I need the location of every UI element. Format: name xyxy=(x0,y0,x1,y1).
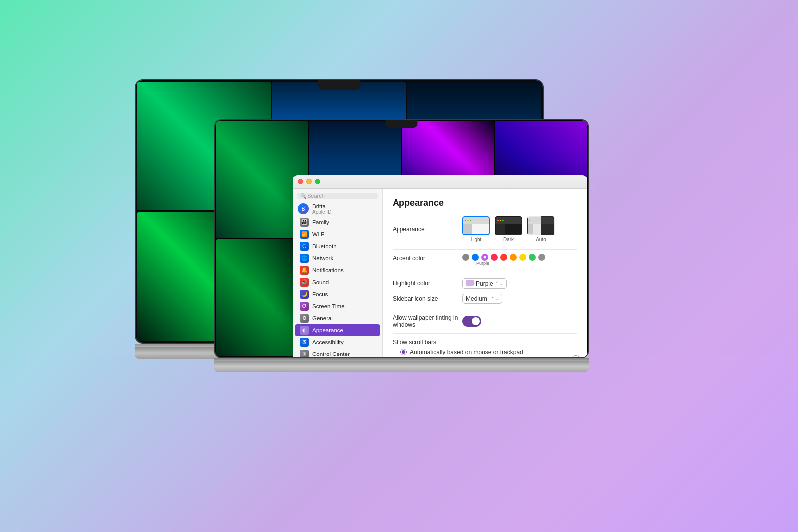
sidebar-item-notifications[interactable]: 🔔 Notifications xyxy=(295,264,380,276)
appearance-label: Appearance xyxy=(393,226,462,233)
main-title: Appearance xyxy=(393,198,577,208)
window-titlebar xyxy=(293,175,587,189)
sidebar-item-general[interactable]: ⚙ General xyxy=(295,312,380,324)
search-icon: 🔍 xyxy=(300,193,305,198)
sidebar-icon-size-value: Medium xyxy=(466,295,487,302)
sidebar-icon-size-row: Sidebar icon size Medium ⌃⌄ xyxy=(393,294,577,304)
sidebar-label-sound: Sound xyxy=(312,279,329,285)
sidebar-item-family[interactable]: 👨‍👩‍👧 Family xyxy=(295,216,380,228)
close-button[interactable] xyxy=(298,179,303,184)
system-preferences-window: 🔍 Search B Britta Apple ID xyxy=(293,175,587,358)
accent-graphite[interactable] xyxy=(538,254,545,261)
accent-pink[interactable] xyxy=(491,254,498,261)
sidebar-item-wifi[interactable]: 📶 Wi-Fi xyxy=(295,228,380,240)
appearance-dark-label: Dark xyxy=(503,237,514,242)
main-panel: Appearance Appearance xyxy=(383,189,587,358)
scrollbar-scrolling-radio[interactable] xyxy=(400,357,407,358)
wallpaper-tinting-toggle[interactable] xyxy=(462,316,481,327)
sidebar-icon-size-select[interactable]: Medium ⌃⌄ xyxy=(462,294,502,304)
appearance-auto-thumb xyxy=(527,216,555,235)
accent-red[interactable] xyxy=(500,254,507,261)
appearance-light-thumb xyxy=(462,216,490,235)
scrollbar-auto-option[interactable]: Automatically based on mouse or trackpad xyxy=(400,349,577,355)
divider-1 xyxy=(393,249,577,250)
appearance-auto-label: Auto xyxy=(536,237,546,242)
scrollbar-scrolling-option[interactable]: When scrolling xyxy=(400,357,577,358)
wifi-icon: 📶 xyxy=(300,230,309,239)
family-icon: 👨‍👩‍👧 xyxy=(300,218,309,227)
sidebar-item-bluetooth[interactable]: ⬡ Bluetooth xyxy=(295,240,380,252)
maximize-button[interactable] xyxy=(315,179,320,184)
macbook-front: 🔍 Search B Britta Apple ID xyxy=(214,119,589,413)
user-avatar: B xyxy=(298,203,309,214)
focus-icon: 🌙 xyxy=(300,290,309,299)
minimize-button[interactable] xyxy=(306,179,312,184)
highlight-color-select[interactable]: Purple ⌃⌄ xyxy=(462,278,507,289)
sidebar-label-wifi: Wi-Fi xyxy=(312,231,326,237)
sidebar-item-accessibility[interactable]: ♿ Accessibility xyxy=(295,336,380,348)
sidebar-item-appearance[interactable]: ◐ Appearance xyxy=(295,324,380,336)
scrollbar-scrolling-label: When scrolling xyxy=(410,357,449,358)
divider-2 xyxy=(393,273,577,273)
user-item[interactable]: B Britta Apple ID xyxy=(293,202,382,216)
notifications-icon: 🔔 xyxy=(300,266,309,275)
search-placeholder: Search xyxy=(307,193,325,199)
show-scrollbars-section: Show scroll bars Automatically based on … xyxy=(393,339,577,358)
sidebar-label-accessibility: Accessibility xyxy=(312,339,344,345)
sidebar-label-screentime: Screen Time xyxy=(312,303,345,309)
appearance-auto-option[interactable]: Auto xyxy=(527,216,555,242)
appearance-light-option[interactable]: Light xyxy=(462,216,490,242)
accent-color-options xyxy=(462,254,545,261)
search-box[interactable]: 🔍 Search xyxy=(297,193,378,199)
window-body: 🔍 Search B Britta Apple ID xyxy=(293,189,587,358)
accent-color-row: Accent color xyxy=(393,255,577,266)
appearance-light-label: Light xyxy=(471,237,482,242)
user-info: Britta Apple ID xyxy=(312,203,331,215)
accent-selected-label: Purple xyxy=(476,261,489,266)
accent-orange[interactable] xyxy=(510,254,517,261)
scrollbar-auto-radio[interactable] xyxy=(400,349,407,355)
sidebar-label-controlcenter: Control Center xyxy=(312,351,350,357)
sidebar: 🔍 Search B Britta Apple ID xyxy=(293,189,383,358)
sidebar-item-focus[interactable]: 🌙 Focus xyxy=(295,288,380,300)
user-name: Britta xyxy=(312,203,331,209)
sidebar-label-focus: Focus xyxy=(312,291,328,297)
highlight-color-row: Highlight color Purple ⌃⌄ xyxy=(393,278,577,289)
highlight-swatch xyxy=(466,280,474,286)
scene: 🔍 Search B Britta Apple ID xyxy=(175,79,623,453)
sidebar-item-sound[interactable]: 🔊 Sound xyxy=(295,276,380,288)
back-notch xyxy=(318,80,361,90)
accent-blue[interactable] xyxy=(472,254,479,261)
sidebar-label-bluetooth: Bluetooth xyxy=(312,243,337,249)
accent-yellow[interactable] xyxy=(519,254,526,261)
sidebar-label-appearance: Appearance xyxy=(312,327,343,333)
wallpaper-tinting-row: Allow wallpaper tinting in windows xyxy=(393,314,577,328)
highlight-select-arrow: ⌃⌄ xyxy=(495,281,503,286)
sidebar-item-network[interactable]: 🌐 Network xyxy=(295,252,380,264)
wallpaper-tinting-label: Allow wallpaper tinting in windows xyxy=(393,314,462,328)
sidebar-item-screentime[interactable]: ⏱ Screen Time xyxy=(295,300,380,312)
sidebar-label-network: Network xyxy=(312,255,333,261)
accent-multicolor[interactable] xyxy=(462,254,469,261)
highlight-color-label: Highlight color xyxy=(393,280,462,287)
front-hinge xyxy=(214,358,589,361)
appearance-dark-option[interactable]: Dark xyxy=(495,216,522,242)
scrollbars-options: Automatically based on mouse or trackpad… xyxy=(393,349,577,358)
general-icon: ⚙ xyxy=(300,314,309,323)
screentime-icon: ⏱ xyxy=(300,302,309,311)
appearance-dark-thumb xyxy=(495,216,522,235)
sidebar-item-controlcenter[interactable]: ⊞ Control Center xyxy=(295,348,380,358)
show-scrollbars-label: Show scroll bars xyxy=(393,339,577,346)
highlight-color-value: Purple xyxy=(476,280,493,287)
accent-purple[interactable] xyxy=(481,254,488,261)
accent-green[interactable] xyxy=(529,254,536,261)
sidebar-label-general: General xyxy=(312,315,333,321)
toggle-knob xyxy=(472,317,480,325)
controlcenter-icon: ⊞ xyxy=(300,350,309,358)
sidebar-label-family: Family xyxy=(312,219,329,225)
scrollbar-auto-label: Automatically based on mouse or trackpad xyxy=(410,349,523,355)
sidebar-label-notifications: Notifications xyxy=(312,267,344,273)
sidebar-size-arrow: ⌃⌄ xyxy=(491,296,499,301)
divider-4 xyxy=(393,333,577,334)
sidebar-icon-size-label: Sidebar icon size xyxy=(393,295,462,302)
